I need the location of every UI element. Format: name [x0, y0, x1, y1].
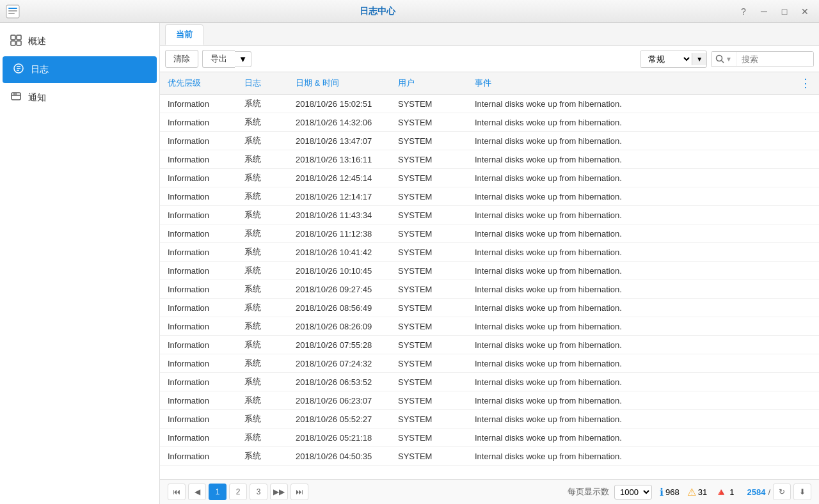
table-row[interactable]: Information系统2018/10/26 13:16:11SYSTEMIn…	[160, 150, 819, 169]
per-page-select[interactable]: 1000 500 100	[614, 485, 652, 500]
cell-more	[792, 391, 819, 410]
svg-rect-2	[8, 10, 17, 12]
cell-log: 系统	[237, 280, 288, 299]
export-button[interactable]: 导出	[202, 50, 235, 68]
cell-log: 系统	[237, 429, 288, 447]
cell-priority: Information	[160, 95, 237, 113]
cell-priority: Information	[160, 243, 237, 262]
cell-datetime: 2018/10/26 07:24:32	[288, 354, 390, 373]
first-page-button[interactable]: ⏮	[168, 484, 186, 500]
table-header-row: 优先层级 日志 日期 & 时间 用户 事件	[160, 72, 819, 95]
last-page-button[interactable]: ⏭	[290, 484, 308, 500]
svg-rect-6	[11, 41, 15, 45]
search-box: ▼	[711, 51, 814, 67]
table-row[interactable]: Information系统2018/10/26 06:23:07SYSTEMIn…	[160, 391, 819, 410]
cell-log: 系统	[237, 150, 288, 169]
sidebar-item-overview[interactable]: 概述	[0, 28, 159, 55]
table-row[interactable]: Information系统2018/10/26 08:56:49SYSTEMIn…	[160, 299, 819, 317]
maximize-button[interactable]: □	[775, 5, 793, 18]
cell-user: SYSTEM	[390, 150, 467, 169]
cell-priority: Information	[160, 299, 237, 317]
table-row[interactable]: Information系统2018/10/26 07:24:32SYSTEMIn…	[160, 354, 819, 373]
table-row[interactable]: Information系统2018/10/26 04:50:35SYSTEMIn…	[160, 447, 819, 466]
table-row[interactable]: Information系统2018/10/26 05:21:18SYSTEMIn…	[160, 429, 819, 447]
search-icon-button[interactable]: ▼	[712, 52, 736, 66]
cell-event: Internal disks woke up from hibernation.	[467, 150, 792, 169]
table-row[interactable]: Information系统2018/10/26 09:27:45SYSTEMIn…	[160, 280, 819, 299]
table-row[interactable]: Information系统2018/10/26 08:26:09SYSTEMIn…	[160, 317, 819, 336]
table-row[interactable]: Information系统2018/10/26 14:32:06SYSTEMIn…	[160, 113, 819, 132]
close-button[interactable]: ✕	[796, 5, 814, 18]
cell-log: 系统	[237, 187, 288, 206]
sidebar-item-log[interactable]: 日志	[3, 56, 157, 83]
cell-log: 系统	[237, 336, 288, 354]
table-row[interactable]: Information系统2018/10/26 13:47:07SYSTEMIn…	[160, 132, 819, 150]
cell-log: 系统	[237, 262, 288, 280]
cell-priority: Information	[160, 169, 237, 187]
cell-datetime: 2018/10/26 10:41:42	[288, 243, 390, 262]
cell-more	[792, 243, 819, 262]
sidebar-item-notification[interactable]: 通知	[0, 84, 159, 111]
warn-stats: ⚠ 31	[687, 486, 707, 498]
tab-current[interactable]: 当前	[165, 24, 203, 45]
window-controls: ? ─ □ ✕	[735, 5, 814, 18]
cell-user: SYSTEM	[390, 317, 467, 336]
page-count-separator: /	[768, 487, 770, 497]
cell-priority: Information	[160, 410, 237, 429]
cell-more	[792, 429, 819, 447]
cell-priority: Information	[160, 336, 237, 354]
cell-user: SYSTEM	[390, 113, 467, 132]
minimize-button[interactable]: ─	[755, 5, 773, 18]
cell-event: Internal disks woke up from hibernation.	[467, 447, 792, 466]
log-table-container: 优先层级 日志 日期 & 时间 用户 事件	[160, 72, 819, 479]
cell-user: SYSTEM	[390, 224, 467, 243]
cell-event: Internal disks woke up from hibernation.	[467, 206, 792, 224]
cell-more	[792, 262, 819, 280]
refresh-button[interactable]: ↻	[773, 484, 791, 500]
search-input[interactable]	[736, 52, 813, 67]
cell-more	[792, 280, 819, 299]
info-stats-icon: ℹ	[660, 486, 664, 498]
per-page-label: 每页显示数	[568, 486, 609, 498]
table-row[interactable]: Information系统2018/10/26 05:52:27SYSTEMIn…	[160, 410, 819, 429]
export-dropdown-button[interactable]: ▼	[235, 51, 251, 67]
help-button[interactable]: ?	[735, 5, 752, 18]
table-row[interactable]: Information系统2018/10/26 12:14:17SYSTEMIn…	[160, 187, 819, 206]
cell-log: 系统	[237, 299, 288, 317]
cell-more	[792, 354, 819, 373]
cell-event: Internal disks woke up from hibernation.	[467, 224, 792, 243]
cell-event: Internal disks woke up from hibernation.	[467, 299, 792, 317]
table-row[interactable]: Information系统2018/10/26 07:55:28SYSTEMIn…	[160, 336, 819, 354]
download-button[interactable]: ⬇	[793, 484, 811, 500]
toolbar: 清除 导出 ▼ 常规 全部 系统 应用 ▼	[160, 46, 819, 72]
table-row[interactable]: Information系统2018/10/26 10:41:42SYSTEMIn…	[160, 243, 819, 262]
cell-log: 系统	[237, 224, 288, 243]
cell-event: Internal disks woke up from hibernation.	[467, 410, 792, 429]
cell-log: 系统	[237, 447, 288, 466]
cell-datetime: 2018/10/26 10:10:45	[288, 262, 390, 280]
prev-page-button[interactable]: ◀	[188, 484, 206, 500]
cell-event: Internal disks woke up from hibernation.	[467, 169, 792, 187]
table-row[interactable]: Information系统2018/10/26 11:12:38SYSTEMIn…	[160, 224, 819, 243]
col-header-log: 日志	[237, 72, 288, 95]
next-pages-button[interactable]: ▶▶	[270, 484, 288, 500]
cell-priority: Information	[160, 354, 237, 373]
page-2-button[interactable]: 2	[229, 484, 247, 500]
warn-count: 31	[698, 487, 707, 497]
page-1-button[interactable]: 1	[209, 484, 227, 500]
cell-priority: Information	[160, 206, 237, 224]
cell-log: 系统	[237, 317, 288, 336]
table-row[interactable]: Information系统2018/10/26 15:02:51SYSTEMIn…	[160, 95, 819, 113]
table-row[interactable]: Information系统2018/10/26 12:45:14SYSTEMIn…	[160, 169, 819, 187]
sidebar: 概述 日志 通知	[0, 23, 160, 504]
clear-button[interactable]: 清除	[165, 50, 198, 68]
table-row[interactable]: Information系统2018/10/26 06:53:52SYSTEMIn…	[160, 373, 819, 391]
filter-select[interactable]: 常规 全部 系统 应用	[640, 51, 692, 67]
more-options-icon[interactable]: ⋮	[800, 77, 811, 90]
cell-log: 系统	[237, 410, 288, 429]
page-3-button[interactable]: 3	[250, 484, 267, 500]
table-body: Information系统2018/10/26 15:02:51SYSTEMIn…	[160, 95, 819, 466]
table-row[interactable]: Information系统2018/10/26 10:10:45SYSTEMIn…	[160, 262, 819, 280]
table-row[interactable]: Information系统2018/10/26 11:43:34SYSTEMIn…	[160, 206, 819, 224]
cell-user: SYSTEM	[390, 429, 467, 447]
